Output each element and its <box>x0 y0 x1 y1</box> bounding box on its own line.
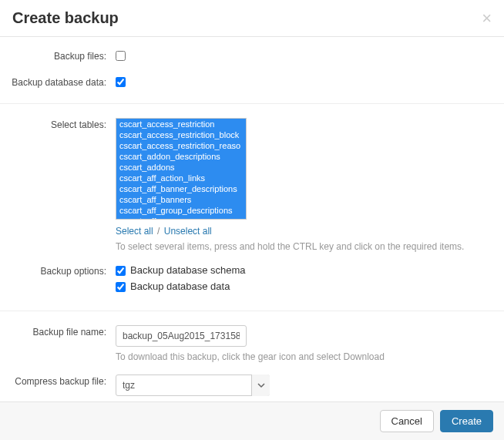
backup-db-data-checkbox[interactable] <box>116 77 126 87</box>
backup-db-data-label: Backup database data: <box>0 76 116 88</box>
backup-data-checkbox[interactable] <box>116 282 126 292</box>
table-option[interactable]: cscart_access_restriction <box>116 119 246 129</box>
modal-body: Backup files: Backup database data: Sele… <box>0 37 504 407</box>
file-name-input[interactable] <box>116 325 247 347</box>
backup-schema-label: Backup database schema <box>130 264 246 276</box>
close-icon[interactable]: × <box>482 10 492 27</box>
tables-multiselect[interactable]: cscart_access_restrictioncscart_access_r… <box>116 118 247 220</box>
table-option[interactable]: cscart_access_restriction_reaso <box>116 140 246 151</box>
table-option[interactable]: cscart_aff_group_descriptions <box>116 205 246 216</box>
table-option[interactable]: cscart_aff_banners <box>116 194 246 205</box>
table-option[interactable]: cscart_addons <box>116 162 246 173</box>
modal-title: Create backup <box>12 9 119 27</box>
create-button[interactable]: Create <box>440 410 493 432</box>
select-tables-label: Select tables: <box>0 118 116 130</box>
table-option[interactable]: cscart_aff_banner_descriptions <box>116 183 246 194</box>
backup-schema-checkbox[interactable] <box>116 266 126 276</box>
select-all-link[interactable]: Select all <box>116 226 153 237</box>
table-option[interactable]: cscart_access_restriction_block <box>116 129 246 140</box>
table-option[interactable]: cscart_aff_groups <box>116 216 246 220</box>
compress-select[interactable] <box>116 375 270 396</box>
file-name-label: Backup file name: <box>0 325 116 338</box>
table-option[interactable]: cscart_aff_action_links <box>116 173 246 183</box>
file-name-hint: To download this backup, click the gear … <box>116 351 492 362</box>
tables-hint: To select several items, press and hold … <box>116 241 492 252</box>
backup-options-label: Backup options: <box>0 264 116 277</box>
unselect-all-link[interactable]: Unselect all <box>164 226 212 237</box>
backup-data-label: Backup database data <box>130 280 230 292</box>
backup-files-checkbox[interactable] <box>116 51 126 61</box>
backup-files-label: Backup files: <box>0 49 116 62</box>
cancel-button[interactable]: Cancel <box>380 410 434 432</box>
compress-label: Compress backup file: <box>0 375 116 387</box>
table-option[interactable]: cscart_addon_descriptions <box>116 151 246 162</box>
